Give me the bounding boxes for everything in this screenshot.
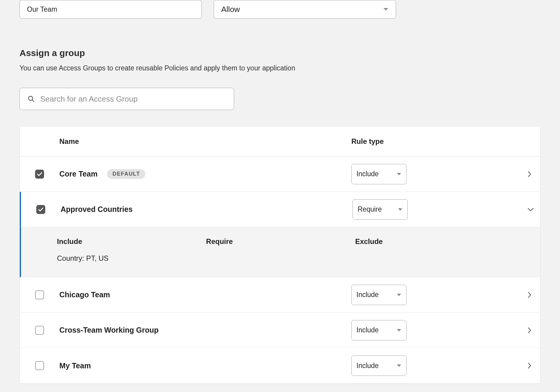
rule-type-select[interactable]: Include	[351, 164, 407, 184]
caret-down-icon	[397, 364, 401, 367]
row-checkbox[interactable]	[35, 361, 44, 370]
row-details-panel: Include Require Exclude Country: PT, US	[20, 227, 540, 277]
rule-type-select[interactable]: Include	[351, 355, 407, 376]
rule-type-select[interactable]: Include	[351, 285, 407, 305]
group-name: Chicago Team	[59, 290, 110, 299]
svg-point-0	[28, 96, 33, 100]
rule-type-value: Include	[356, 326, 379, 334]
rule-type-select[interactable]: Include	[351, 320, 407, 340]
assign-group-description: You can use Access Groups to create reus…	[19, 64, 541, 72]
table-row: Chicago Team Include	[20, 277, 540, 313]
access-groups-table: Name Rule type Core Team DEFAULT Include	[19, 126, 541, 384]
expand-toggle[interactable]	[511, 171, 541, 177]
search-input[interactable]	[40, 94, 226, 104]
rule-type-select[interactable]: Require	[353, 199, 408, 220]
caret-down-icon	[397, 293, 401, 296]
expand-toggle[interactable]	[511, 327, 541, 334]
default-badge: DEFAULT	[107, 169, 145, 179]
svg-line-1	[32, 100, 34, 102]
expand-toggle[interactable]	[513, 207, 541, 212]
policy-action-value: Allow	[221, 5, 240, 14]
column-name: Name	[59, 137, 351, 146]
policy-name-value: Our Team	[27, 5, 57, 13]
table-header: Name Rule type	[20, 126, 540, 156]
table-row: Cross-Team Working Group Include	[20, 313, 540, 348]
details-require-heading: Require	[206, 237, 355, 246]
rule-type-value: Require	[358, 205, 382, 213]
expand-toggle[interactable]	[511, 292, 541, 298]
access-group-search[interactable]	[19, 88, 234, 110]
table-row: Approved Countries Require	[20, 192, 540, 227]
search-icon	[28, 95, 35, 102]
group-name: My Team	[59, 361, 91, 370]
column-rule-type: Rule type	[351, 137, 511, 146]
assign-group-heading: Assign a group	[19, 48, 541, 58]
table-row: Core Team DEFAULT Include	[20, 156, 540, 192]
chevron-right-icon	[527, 171, 532, 177]
row-checkbox[interactable]	[35, 290, 44, 299]
chevron-right-icon	[527, 292, 532, 298]
rule-type-value: Include	[356, 291, 379, 299]
rule-type-value: Include	[356, 170, 379, 178]
table-row: My Team Include	[20, 348, 540, 383]
policy-action-select[interactable]: Allow	[214, 0, 396, 19]
expand-toggle[interactable]	[511, 362, 541, 369]
chevron-down-icon	[527, 207, 534, 212]
chevron-right-icon	[527, 362, 532, 369]
details-include-value: Country: PT, US	[57, 254, 206, 263]
caret-down-icon	[397, 173, 401, 176]
caret-down-icon	[397, 329, 401, 332]
row-checkbox[interactable]	[35, 170, 44, 179]
group-name: Core Team	[59, 170, 97, 178]
policy-name-input[interactable]: Our Team	[19, 0, 202, 19]
group-name: Approved Countries	[61, 205, 133, 214]
group-name: Cross-Team Working Group	[59, 326, 159, 334]
caret-down-icon	[398, 208, 403, 211]
row-checkbox[interactable]	[35, 326, 44, 335]
row-checkbox[interactable]	[36, 205, 45, 214]
chevron-right-icon	[527, 327, 532, 334]
caret-down-icon	[383, 7, 389, 11]
details-include-heading: Include	[57, 237, 206, 246]
details-exclude-heading: Exclude	[355, 237, 504, 246]
rule-type-value: Include	[356, 362, 379, 370]
